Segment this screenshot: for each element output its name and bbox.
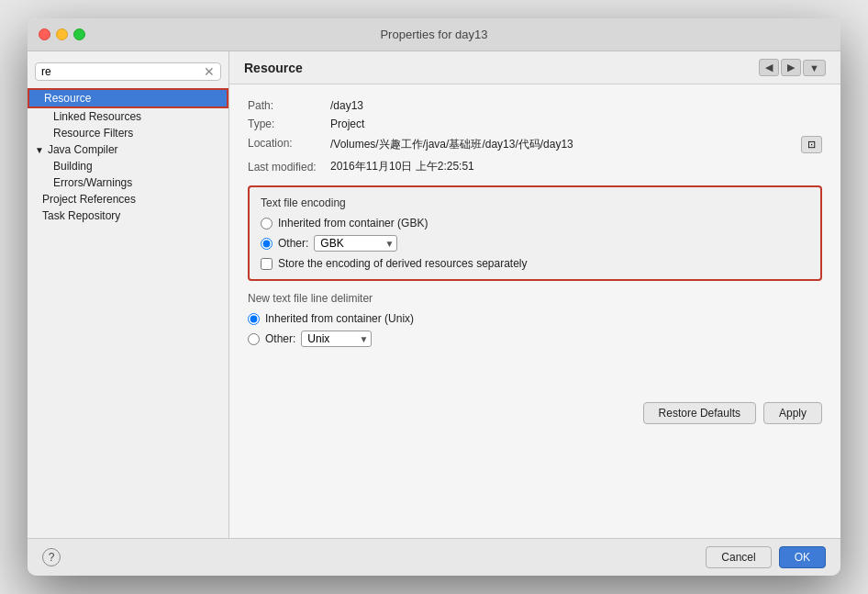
type-label: Type: <box>248 118 330 130</box>
sidebar-item-resource-filters-label: Resource Filters <box>53 127 133 140</box>
main-header: Resource ◀ ▶ ▼ <box>229 51 840 84</box>
path-value: /day13 <box>330 99 363 112</box>
search-clear-icon[interactable]: ✕ <box>204 65 215 78</box>
sidebar-item-building[interactable]: Building <box>28 158 228 174</box>
location-value: /Volumes/兴趣工作/java/基础班/day13/代码/day13 <box>330 137 794 152</box>
search-bar: ✕ <box>35 62 221 81</box>
delimiter-other-label: Other: <box>265 332 295 345</box>
bottom-actions: Cancel OK <box>706 546 826 568</box>
main-window: Properties for day13 ✕ Resource Linked R… <box>28 18 840 576</box>
close-button[interactable] <box>39 28 50 40</box>
help-button[interactable]: ? <box>42 548 61 566</box>
dropdown-arrow-button[interactable]: ▼ <box>803 60 826 76</box>
store-encoding-checkbox[interactable] <box>261 258 273 270</box>
delimiter-inherited-row: Inherited from container (Unix) <box>248 312 822 325</box>
last-modified-row: Last modified: 2016年11月10日 上午2:25:51 <box>248 159 822 174</box>
sidebar-item-resource-label: Resource <box>44 92 91 105</box>
action-buttons-row: Restore Defaults Apply <box>248 402 822 424</box>
minimize-button[interactable] <box>56 28 68 40</box>
type-value: Project <box>330 118 364 130</box>
content-area: ✕ Resource Linked Resources Resource Fil… <box>28 51 840 538</box>
encoding-select-wrapper: GBK UTF-8 ISO-8859-1 UTF-16 ▼ <box>314 235 397 252</box>
encoding-inherited-label: Inherited from container (GBK) <box>278 217 428 230</box>
store-encoding-row: Store the encoding of derived resources … <box>261 257 809 270</box>
encoding-section: Text file encoding Inherited from contai… <box>248 185 822 281</box>
delimiter-other-row: Other: Unix Windows Mac ▼ <box>248 331 822 347</box>
titlebar: Properties for day13 <box>28 18 840 51</box>
path-row: Path: /day13 <box>248 99 822 112</box>
delimiter-other-radio[interactable] <box>248 333 260 345</box>
encoding-other-label: Other: <box>278 237 308 250</box>
encoding-other-row: Other: GBK UTF-8 ISO-8859-1 UTF-16 ▼ <box>261 235 809 252</box>
sidebar-item-resource-filters[interactable]: Resource Filters <box>28 125 228 141</box>
sidebar-item-project-references-label: Project References <box>42 193 136 206</box>
sidebar-item-task-repository-label: Task Repository <box>42 209 120 222</box>
sidebar-item-resource[interactable]: Resource <box>28 88 228 108</box>
cancel-button[interactable]: Cancel <box>706 546 771 568</box>
back-arrow-button[interactable]: ◀ <box>759 59 779 76</box>
delimiter-section-title: New text file line delimiter <box>248 292 822 305</box>
traffic-lights <box>39 28 85 40</box>
sidebar-item-linked-resources[interactable]: Linked Resources <box>28 108 228 125</box>
sidebar-item-errors-warnings-label: Errors/Warnings <box>53 176 132 189</box>
encoding-select[interactable]: GBK UTF-8 ISO-8859-1 UTF-16 <box>314 235 397 252</box>
main-panel-title: Resource <box>244 61 303 75</box>
ok-button[interactable]: OK <box>779 546 826 568</box>
delimiter-inherited-radio[interactable] <box>248 313 260 325</box>
sidebar-item-project-references[interactable]: Project References <box>28 191 228 207</box>
last-modified-label: Last modified: <box>248 161 330 174</box>
sidebar-item-linked-resources-label: Linked Resources <box>53 110 141 123</box>
encoding-inherited-row: Inherited from container (GBK) <box>261 217 809 230</box>
sidebar-item-building-label: Building <box>53 160 93 173</box>
window-title: Properties for day13 <box>380 28 487 41</box>
delimiter-section: New text file line delimiter Inherited f… <box>248 292 822 347</box>
forward-arrow-button[interactable]: ▶ <box>781 59 801 76</box>
location-row: Location: /Volumes/兴趣工作/java/基础班/day13/代… <box>248 136 822 153</box>
main-panel: Resource ◀ ▶ ▼ Path: /day13 Type: Projec… <box>229 51 840 538</box>
maximize-button[interactable] <box>73 28 85 40</box>
delimiter-select-wrapper: Unix Windows Mac ▼ <box>301 331 372 347</box>
sidebar-item-java-compiler-label: Java Compiler <box>48 143 118 156</box>
location-browse-button[interactable]: ⊡ <box>801 136 822 153</box>
type-row: Type: Project <box>248 118 822 130</box>
location-label: Location: <box>248 136 330 150</box>
store-encoding-label: Store the encoding of derived resources … <box>278 257 528 270</box>
encoding-other-radio[interactable] <box>261 238 273 250</box>
sidebar-item-java-compiler[interactable]: ▼ Java Compiler <box>28 141 228 158</box>
path-label: Path: <box>248 99 330 112</box>
nav-arrows: ◀ ▶ ▼ <box>759 59 826 76</box>
delimiter-select[interactable]: Unix Windows Mac <box>301 331 372 347</box>
triangle-down-icon: ▼ <box>35 145 44 155</box>
last-modified-value: 2016年11月10日 上午2:25:51 <box>330 159 474 174</box>
main-body: Path: /day13 Type: Project Location: /Vo… <box>229 84 840 538</box>
apply-button[interactable]: Apply <box>763 402 822 424</box>
delimiter-inherited-label: Inherited from container (Unix) <box>265 312 414 325</box>
sidebar-item-errors-warnings[interactable]: Errors/Warnings <box>28 174 228 191</box>
sidebar: ✕ Resource Linked Resources Resource Fil… <box>28 51 229 538</box>
bottom-bar: ? Cancel OK <box>28 538 840 576</box>
restore-defaults-button[interactable]: Restore Defaults <box>643 402 756 424</box>
search-input[interactable] <box>41 65 200 78</box>
sidebar-item-task-repository[interactable]: Task Repository <box>28 207 228 224</box>
encoding-inherited-radio[interactable] <box>261 218 273 230</box>
encoding-section-title: Text file encoding <box>261 196 809 209</box>
